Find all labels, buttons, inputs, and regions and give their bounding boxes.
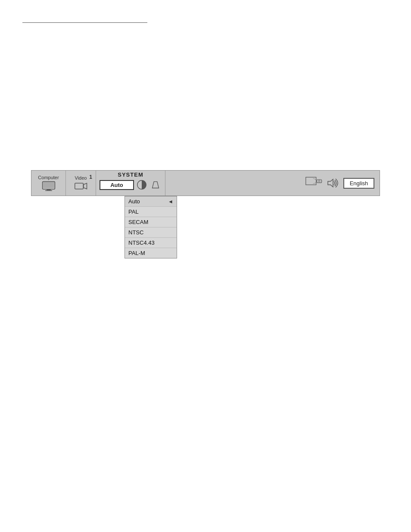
top-divider-line [22,22,147,23]
keystone-icon[interactable] [149,179,162,191]
dropdown-item[interactable]: Auto◄ [125,196,177,207]
svg-point-10 [318,180,320,182]
computer-label: Computer [38,175,59,180]
video-label: Video [75,175,87,180]
english-button[interactable]: English [343,178,374,189]
video-badge: 1 [89,174,92,180]
dropdown-selected-arrow: ◄ [168,199,173,205]
dropdown-item-label: SECAM [128,219,148,225]
svg-rect-2 [45,190,52,191]
dropdown-item[interactable]: NTSC4.43 [125,238,177,248]
video-camera-icon [75,181,87,191]
contrast-icon[interactable] [136,179,148,191]
svg-marker-5 [84,183,87,189]
sound-icon[interactable] [326,176,340,190]
dropdown-item-label: NTSC4.43 [128,240,155,246]
screen-icon[interactable] [305,175,323,191]
menu-bar: Computer Video 1 SYSTEM Auto [31,170,380,196]
dropdown-item[interactable]: PAL [125,207,177,217]
dropdown-item[interactable]: PAL-M [125,248,177,258]
dropdown-item[interactable]: NTSC [125,227,177,238]
dropdown-item-label: Auto [128,198,140,205]
svg-line-11 [313,178,316,180]
computer-section[interactable]: Computer [31,171,66,196]
svg-rect-1 [47,189,51,190]
svg-marker-7 [153,182,159,188]
system-title: SYSTEM [118,171,143,178]
system-auto-button[interactable]: Auto [100,180,134,190]
dropdown-item[interactable]: SECAM [125,217,177,227]
dropdown-item-label: NTSC [128,229,143,236]
right-section: English [165,171,380,196]
dropdown-item-label: PAL [128,208,139,215]
video-section[interactable]: Video 1 [66,171,96,196]
svg-rect-4 [75,183,83,189]
svg-marker-13 [328,179,333,187]
svg-line-12 [313,183,316,184]
dropdown-item-label: PAL-M [128,250,145,256]
system-dropdown: Auto◄PALSECAMNTSCNTSC4.43PAL-M [125,196,177,258]
svg-rect-3 [43,182,54,188]
system-controls: Auto [100,179,162,191]
svg-rect-8 [306,177,316,185]
system-section: SYSTEM Auto [96,171,165,196]
computer-icon [42,181,56,191]
